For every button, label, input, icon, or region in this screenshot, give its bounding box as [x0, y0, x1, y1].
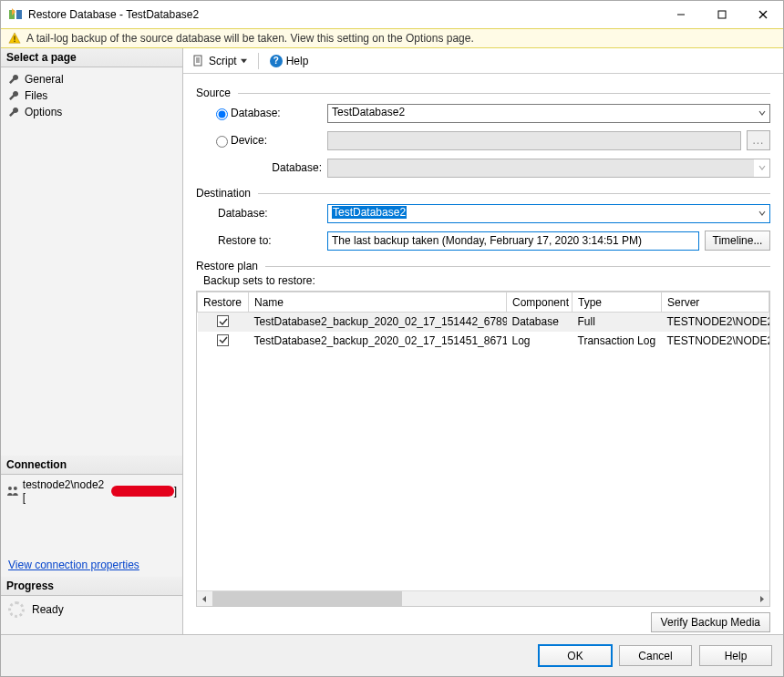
select-page-header: Select a page [1, 48, 182, 67]
svg-point-10 [14, 487, 17, 490]
col-name[interactable]: Name [249, 292, 507, 313]
help-label: Help [286, 55, 309, 67]
script-button[interactable]: Script [189, 53, 251, 69]
page-toolbar: Script ? Help [183, 48, 783, 74]
chevron-down-icon [241, 57, 247, 64]
restore-plan-group-label: Restore plan [196, 260, 258, 272]
col-type[interactable]: Type [573, 292, 662, 313]
close-button[interactable] [742, 1, 783, 28]
cell-server: TESTNODE2\NODE2 [662, 313, 769, 332]
cancel-button[interactable]: Cancel [619, 645, 692, 666]
col-component[interactable]: Component [507, 292, 573, 313]
restore-plan-group: Restore plan [196, 260, 770, 272]
source-group: Source [196, 87, 770, 99]
col-restore[interactable]: Restore [198, 292, 249, 313]
toolbar-separator [258, 53, 259, 69]
minimize-button[interactable] [660, 1, 701, 28]
help-toolbar-button[interactable]: ? Help [266, 53, 313, 69]
restore-checkbox[interactable] [217, 315, 229, 327]
svg-marker-17 [760, 596, 764, 602]
table-row[interactable]: TestDatabase2_backup_2020_02_17_151451_8… [198, 332, 769, 351]
page-files[interactable]: Files [1, 87, 182, 104]
source-group-label: Source [196, 87, 231, 99]
source-db-from-device-label: Database: [272, 161, 322, 174]
svg-rect-3 [718, 11, 726, 18]
page-label: General [25, 73, 64, 86]
ellipsis-icon: ... [752, 134, 764, 147]
svg-rect-1 [16, 10, 22, 19]
right-pane: Script ? Help Source Databas [183, 48, 783, 634]
destination-database-combo[interactable]: TestDatabase2 [327, 204, 770, 223]
source-db-from-device-combo [327, 159, 770, 178]
help-icon: ? [270, 55, 283, 67]
restore-to-value[interactable]: The last backup taken (Monday, February … [327, 231, 699, 251]
scroll-track[interactable] [212, 591, 754, 607]
source-database-radio[interactable] [216, 108, 228, 120]
restore-checkbox[interactable] [217, 334, 229, 346]
window-buttons [660, 1, 783, 28]
cell-component: Database [507, 313, 573, 332]
source-database-radio-label: Database: [231, 107, 281, 119]
ok-button[interactable]: OK [539, 645, 612, 666]
backup-sets-grid[interactable]: Restore Name Component Type Server TestD… [196, 291, 770, 607]
destination-group: Destination [196, 187, 770, 200]
page-label: Files [25, 89, 47, 102]
restore-to-label: Restore to: [218, 234, 272, 247]
svg-marker-16 [202, 596, 206, 602]
warning-bar: A tail-log backup of the source database… [1, 28, 783, 48]
cell-name: TestDatabase2_backup_2020_02_17_151442_6… [249, 313, 507, 332]
page-label: Options [25, 106, 62, 118]
progress-spinner-icon [8, 601, 25, 618]
wrench-icon [8, 107, 19, 118]
destination-database-value[interactable]: TestDatabase2 [327, 204, 770, 223]
cell-type: Full [573, 313, 662, 332]
dialog-body: Select a page General Files Options Conn… [1, 48, 783, 634]
col-server[interactable]: Server [662, 292, 769, 313]
backup-sets-label: Backup sets to restore: [196, 272, 770, 287]
source-database-value: TestDatabase2 [327, 104, 770, 123]
progress-status-text: Ready [32, 603, 64, 616]
dialog-button-bar: OK Cancel Help [1, 634, 783, 676]
warning-icon [8, 32, 21, 45]
source-device-field [327, 131, 741, 150]
svg-point-9 [8, 487, 12, 490]
chevron-down-icon[interactable] [754, 205, 769, 222]
app-icon [8, 7, 23, 22]
form-content: Source Database: TestDatabase2 [183, 74, 783, 634]
scroll-right-button[interactable] [754, 591, 769, 607]
scroll-thumb[interactable] [212, 591, 402, 607]
cell-type: Transaction Log [573, 332, 662, 351]
browse-device-button[interactable]: ... [747, 130, 770, 150]
warning-text: A tail-log backup of the source database… [26, 32, 474, 45]
server-icon [6, 485, 19, 497]
svg-rect-8 [14, 41, 15, 42]
titlebar: Restore Database - TestDatabase2 [1, 1, 783, 28]
cell-component: Log [507, 332, 573, 351]
svg-marker-15 [241, 59, 247, 63]
chevron-down-icon[interactable] [754, 105, 769, 122]
source-database-combo[interactable]: TestDatabase2 [327, 104, 770, 123]
wrench-icon [8, 74, 19, 85]
source-device-radio-label: Device: [231, 134, 267, 147]
destination-group-label: Destination [196, 187, 251, 200]
progress-status-row: Ready [1, 596, 182, 634]
verify-backup-media-button[interactable]: Verify Backup Media [651, 612, 770, 632]
script-icon [192, 55, 205, 67]
horizontal-scrollbar[interactable] [197, 590, 769, 606]
page-options[interactable]: Options [1, 104, 182, 120]
source-device-radio[interactable] [216, 136, 228, 148]
view-connection-properties-link[interactable]: View connection properties [1, 553, 182, 577]
connection-detail: testnode2\node2 [] [1, 475, 182, 508]
destination-database-label: Database: [218, 207, 268, 220]
cell-name: TestDatabase2_backup_2020_02_17_151451_8… [249, 332, 507, 351]
timeline-button[interactable]: Timeline... [705, 231, 770, 251]
maximize-button[interactable] [701, 1, 742, 28]
connection-header: Connection [1, 456, 182, 475]
table-row[interactable]: TestDatabase2_backup_2020_02_17_151442_6… [198, 313, 769, 332]
page-list: General Files Options [1, 67, 182, 124]
scroll-left-button[interactable] [197, 591, 212, 607]
grid-table: Restore Name Component Type Server TestD… [197, 292, 769, 350]
page-general[interactable]: General [1, 71, 182, 87]
redacted-text [111, 486, 174, 497]
help-button[interactable]: Help [699, 645, 772, 666]
